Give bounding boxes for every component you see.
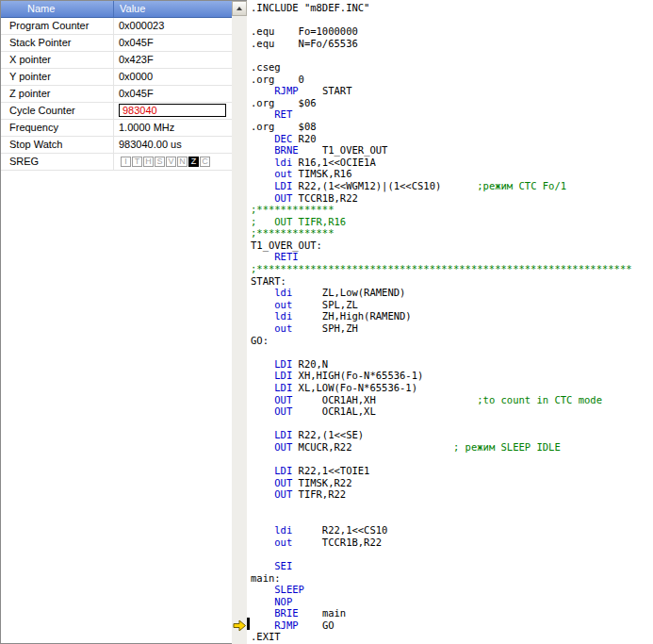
code-line: START:	[251, 275, 653, 288]
processor-watch-panel: Name Value Program Counter0x000023Stack …	[0, 0, 232, 644]
watch-row[interactable]: Program Counter0x000023	[1, 18, 232, 35]
code-lines: .INCLUDE "m8DEF.INC".equ Fo=1000000.equ …	[251, 2, 653, 643]
cycle-counter-editbox[interactable]: 983040	[119, 104, 226, 117]
token-plain	[251, 488, 274, 500]
token-plain	[251, 133, 274, 144]
code-line: SEI	[251, 560, 653, 572]
scroll-up-button[interactable]	[232, 1, 247, 16]
watch-row-name: Z pointer	[1, 86, 114, 102]
watch-row-value: 0x423F	[114, 52, 154, 68]
code-line: main:	[251, 572, 653, 585]
token-instruction: LDI	[274, 382, 292, 393]
token-plain: main:	[251, 572, 281, 584]
token-plain: T1_OVER_OUT:	[251, 239, 322, 251]
sreg-flag-n[interactable]: N	[177, 157, 188, 167]
column-header-value[interactable]: Value	[114, 1, 145, 17]
token-plain	[376, 394, 477, 405]
watch-row-value: 1.0000 MHz	[114, 120, 174, 136]
token-plain: START:	[251, 275, 286, 287]
watch-row[interactable]: Y pointer0x0000	[1, 69, 232, 86]
sreg-flag-t[interactable]: T	[132, 157, 142, 167]
token-plain	[251, 144, 274, 156]
code-line: OUT OCR1AH,XH ;to count in CTC mode	[251, 394, 653, 406]
token-plain: R22,(1<<SE)	[292, 429, 364, 440]
code-line: OUT TCCR1B,R22	[251, 192, 653, 205]
watch-row-value: ITHSVNZC	[114, 154, 210, 170]
token-plain: TIMSK,R16	[292, 168, 351, 179]
token-plain: T1_OVER_OUT	[299, 144, 388, 156]
code-line: BRNE T1_OVER_OUT	[251, 144, 653, 157]
token-comment: ;*************	[251, 227, 335, 239]
token-instruction: LDI	[274, 465, 292, 476]
column-header-name[interactable]: Name	[1, 1, 114, 17]
watch-rows: Program Counter0x000023Stack Pointer0x04…	[1, 18, 232, 171]
watch-row[interactable]: Stop Watch983040.00 us	[1, 137, 232, 154]
watch-row[interactable]: Cycle Counter983040	[1, 103, 232, 120]
code-line: ;*************	[251, 227, 653, 239]
code-line: out TIMSK,R16	[251, 168, 653, 180]
token-instruction: OUT	[274, 394, 292, 405]
sreg-flag-c[interactable]: C	[200, 157, 210, 167]
token-plain	[251, 287, 274, 298]
code-line: .equ N=Fo/65536	[251, 38, 653, 50]
code-line	[251, 418, 653, 430]
code-line	[251, 14, 653, 26]
code-line: GO:	[251, 335, 653, 347]
watch-row[interactable]: Stack Pointer0x045F	[1, 35, 232, 52]
watch-row[interactable]: Z pointer0x045F	[1, 86, 232, 103]
debugger-window: Name Value Program Counter0x000023Stack …	[0, 0, 653, 644]
token-instruction: RJMP	[274, 85, 298, 96]
token-plain	[251, 429, 274, 440]
token-plain	[251, 596, 274, 607]
code-editor[interactable]: .INCLUDE "m8DEF.INC".equ Fo=1000000.equ …	[247, 0, 653, 644]
token-instruction: LDI	[274, 180, 292, 191]
code-line	[251, 548, 653, 560]
code-line: .org 0	[251, 74, 653, 86]
token-instruction: OUT	[274, 441, 292, 453]
token-plain	[251, 192, 274, 204]
token-plain: XH,HIGH(Fo-N*65536-1)	[292, 370, 423, 381]
token-instruction: BRIE	[274, 607, 298, 619]
token-plain	[251, 85, 274, 96]
watch-row[interactable]: SREGITHSVNZC	[1, 154, 232, 171]
code-line: NOP	[251, 596, 653, 608]
code-line: .EXIT	[251, 631, 653, 643]
token-plain	[251, 477, 274, 488]
code-line: ldi R22,1<<CS10	[251, 524, 653, 537]
code-line: .org $08	[251, 121, 653, 133]
sreg-flag-v[interactable]: V	[166, 157, 176, 167]
token-instruction: BRNE	[274, 144, 298, 156]
token-instruction: out	[274, 322, 292, 334]
sreg-flag-i[interactable]: I	[121, 157, 131, 167]
code-line: RETI	[251, 251, 653, 263]
code-line: LDI R22,1<<TOIE1	[251, 465, 653, 477]
sreg-flag-s[interactable]: S	[155, 157, 165, 167]
sreg-flag-h[interactable]: H	[143, 157, 154, 167]
token-plain: ZL,Low(RAMEND)	[292, 287, 405, 298]
editor-gutter[interactable]	[232, 0, 247, 644]
token-instruction: ldi	[274, 524, 292, 536]
token-plain: .INCLUDE "m8DEF.INC"	[251, 2, 369, 13]
watch-row-value: 0x0000	[114, 69, 153, 85]
token-plain	[251, 251, 274, 262]
token-plain	[251, 358, 274, 370]
token-instruction: ldi	[274, 157, 292, 168]
token-plain	[251, 584, 274, 595]
code-line: T1_OVER_OUT:	[251, 239, 653, 252]
code-line: ; OUT TIFR,R16	[251, 216, 653, 228]
token-plain: TCCR1B,R22	[292, 537, 382, 548]
code-line: out TCCR1B,R22	[251, 537, 653, 549]
token-plain: .EXIT	[251, 631, 281, 642]
watch-row[interactable]: Frequency1.0000 MHz	[1, 120, 232, 137]
token-comment: ;режим CTC Fo/1	[477, 180, 566, 191]
token-plain: XL,LOW(Fo-N*65536-1)	[292, 382, 417, 393]
code-line: .org $06	[251, 97, 653, 109]
code-line: .INCLUDE "m8DEF.INC"	[251, 2, 653, 14]
sreg-flag-z[interactable]: Z	[188, 157, 199, 167]
token-plain: MCUCR,R22	[292, 441, 351, 453]
watch-row-value: 0x000023	[114, 18, 164, 34]
token-plain: OCR1AL,XL	[292, 405, 376, 417]
watch-row-name: Stack Pointer	[1, 35, 114, 51]
token-instruction: LDI	[274, 370, 292, 381]
watch-row[interactable]: X pointer0x423F	[1, 52, 232, 69]
